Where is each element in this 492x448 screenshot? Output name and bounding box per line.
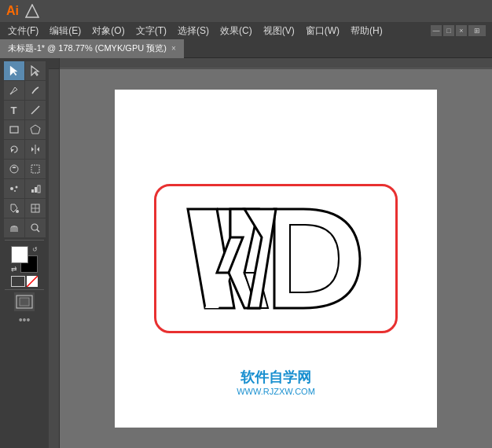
canvas-surface: 软件自学网 WWW.RJZXW.COM xyxy=(115,90,437,428)
reset-colors-icon[interactable]: ↺ xyxy=(32,246,38,253)
watermark-text-line1: 软件自学网 xyxy=(237,368,315,387)
watermark-text-line2: WWW.RJZXW.COM xyxy=(237,387,315,396)
shape-tools xyxy=(4,120,46,139)
free-transform-tool[interactable] xyxy=(25,160,46,178)
separator-1 xyxy=(5,240,44,241)
rect-tool[interactable] xyxy=(4,120,24,139)
svg-line-24 xyxy=(27,276,38,287)
window-close[interactable]: × xyxy=(456,25,467,36)
separator-2 xyxy=(5,289,44,290)
type-tool[interactable]: T xyxy=(4,101,24,119)
svg-line-23 xyxy=(37,230,39,232)
line-tool[interactable] xyxy=(25,101,46,119)
hand-tool[interactable] xyxy=(4,218,24,237)
svg-point-10 xyxy=(10,165,18,173)
paint-tools xyxy=(4,199,46,218)
warp-tool[interactable] xyxy=(4,160,24,178)
svg-marker-5 xyxy=(31,125,40,134)
color-area: ↺ ⇄ xyxy=(11,246,38,287)
direct-select-tool[interactable] xyxy=(25,61,46,80)
svg-marker-1 xyxy=(10,66,17,75)
svg-point-22 xyxy=(31,224,38,230)
chart-tool[interactable] xyxy=(25,179,46,198)
tab-close-button[interactable]: × xyxy=(171,44,176,53)
menu-effect[interactable]: 效果(C) xyxy=(215,23,257,39)
watermark: 软件自学网 WWW.RJZXW.COM xyxy=(237,368,315,396)
svg-marker-0 xyxy=(26,5,39,17)
select-tool[interactable] xyxy=(4,61,24,80)
svg-point-18 xyxy=(16,210,19,213)
canvas-area: 软件自学网 WWW.RJZXW.COM xyxy=(49,58,492,448)
active-tab[interactable]: 未标题-1* @ 178.77% (CMYK/GPU 预览) × xyxy=(0,39,184,58)
symbol-tools xyxy=(4,179,46,198)
svg-marker-6 xyxy=(11,149,14,152)
wd-logo-card xyxy=(154,184,398,333)
svg-marker-8 xyxy=(31,147,34,152)
warp-tools xyxy=(4,160,46,178)
zoom-tools xyxy=(4,218,46,237)
tab-label: 未标题-1* @ 178.77% (CMYK/GPU 预览) xyxy=(8,42,167,54)
swap-colors-icon[interactable]: ⇄ xyxy=(11,265,17,273)
svg-rect-26 xyxy=(20,298,29,306)
mesh-tool[interactable] xyxy=(25,199,46,218)
menu-help[interactable]: 帮助(H) xyxy=(346,23,387,39)
menu-file[interactable]: 文件(F) xyxy=(3,23,43,39)
artboard-tool[interactable] xyxy=(14,292,35,311)
symbol-tool[interactable] xyxy=(4,179,24,198)
ruler-top xyxy=(49,58,492,69)
menu-select[interactable]: 选择(S) xyxy=(173,23,214,39)
menu-window[interactable]: 窗口(W) xyxy=(301,23,344,39)
svg-rect-4 xyxy=(10,127,18,133)
wd-logo-svg xyxy=(156,186,395,331)
no-fill-icon[interactable] xyxy=(27,276,38,287)
menu-edit[interactable]: 编辑(E) xyxy=(45,23,86,39)
window-maximize[interactable]: □ xyxy=(443,25,454,36)
pen-tools xyxy=(4,81,46,100)
svg-marker-2 xyxy=(31,66,39,75)
tile-icon[interactable]: ⊞ xyxy=(468,25,486,36)
app-logo: Ai xyxy=(6,4,19,18)
foreground-color-swatch[interactable] xyxy=(11,246,28,263)
svg-point-14 xyxy=(14,190,16,192)
screen-mode-row xyxy=(14,292,35,311)
stroke-icon[interactable] xyxy=(11,276,25,287)
tab-bar: 未标题-1* @ 178.77% (CMYK/GPU 预览) × xyxy=(0,39,492,58)
ruler-corner xyxy=(49,58,60,69)
svg-rect-17 xyxy=(38,185,40,193)
svg-rect-16 xyxy=(35,187,37,193)
rotate-tools xyxy=(4,140,46,159)
window-minimize[interactable]: — xyxy=(431,25,442,36)
svg-line-3 xyxy=(31,106,39,114)
app-icon xyxy=(25,4,39,18)
menu-object[interactable]: 对象(O) xyxy=(87,23,129,39)
svg-rect-11 xyxy=(31,165,39,173)
title-bar: Ai xyxy=(0,0,492,22)
svg-marker-9 xyxy=(37,147,39,152)
zoom-tool[interactable] xyxy=(25,218,46,237)
menu-bar: 文件(F) 编辑(E) 对象(O) 文字(T) 选择(S) 效果(C) 视图(V… xyxy=(0,22,492,39)
ruler-left xyxy=(49,69,60,448)
menu-view[interactable]: 视图(V) xyxy=(259,23,299,39)
main-layout: T xyxy=(0,58,492,448)
mirror-tool[interactable] xyxy=(25,140,46,159)
polygon-tool[interactable] xyxy=(25,120,46,139)
ruler-top-marks xyxy=(60,58,492,69)
paintbucket-tool[interactable] xyxy=(4,199,24,218)
rotate-tool[interactable] xyxy=(4,140,24,159)
type-tools: T xyxy=(4,101,46,119)
svg-point-13 xyxy=(15,186,17,189)
selection-tools xyxy=(4,61,46,80)
color-swatches: ↺ ⇄ xyxy=(11,246,38,273)
left-toolbar: T xyxy=(0,58,49,448)
menu-text[interactable]: 文字(T) xyxy=(131,23,171,39)
pencil-tool[interactable] xyxy=(25,81,46,100)
pen-tool[interactable] xyxy=(4,81,24,100)
more-tools-button[interactable]: ••• xyxy=(19,314,31,326)
svg-rect-15 xyxy=(31,189,34,193)
svg-point-12 xyxy=(10,187,13,190)
